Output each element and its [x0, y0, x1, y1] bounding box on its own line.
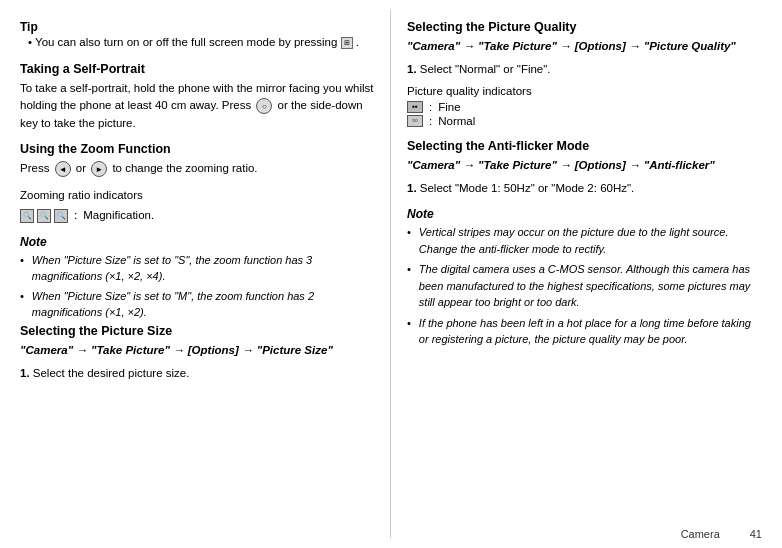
zoom-icon-1: 🔍: [20, 209, 34, 223]
zoom-indicator-row: 🔍 🔍 🔍 : Magnification.: [20, 207, 374, 224]
zoom-section: Using the Zoom Function Press ◄ or ► to …: [20, 142, 374, 225]
camera-button-icon: ○: [256, 98, 272, 114]
antiflicker-heading: Selecting the Anti-flicker Mode: [407, 139, 762, 153]
fine-icon: ▪▪: [407, 101, 423, 113]
note-bullet-right-1: •: [407, 224, 411, 241]
fullscreen-key-icon: ⊞: [341, 37, 353, 49]
note-text-1: When "Picture Size" is set to "S", the z…: [32, 252, 374, 285]
right-column: Selecting the Picture Quality "Camera" →…: [391, 10, 782, 538]
zoom-text2: to change the zooming ratio.: [112, 162, 257, 174]
right-arrow-icon: ►: [91, 161, 107, 177]
magnification-label: Magnification.: [83, 207, 154, 224]
zoom-colon: :: [74, 207, 77, 224]
zoom-or: or: [76, 162, 89, 174]
note-bullet-right-3: •: [407, 315, 411, 332]
note-text-right-1: Vertical stripes may occur on the pictur…: [419, 224, 762, 257]
left-arrow-icon: ◄: [55, 161, 71, 177]
taking-portrait-heading: Taking a Self-Portrait: [20, 62, 374, 76]
taking-portrait-section: Taking a Self-Portrait To take a self-po…: [20, 62, 374, 132]
antiflicker-nav: "Camera" → "Take Picture" → [Options] → …: [407, 157, 762, 174]
antiflicker-step1: 1. Select "Mode 1: 50Hz" or "Mode 2: 60H…: [407, 180, 762, 197]
picture-size-heading: Selecting the Picture Size: [20, 324, 374, 338]
note-item-right-1: • Vertical stripes may occur on the pict…: [407, 224, 762, 257]
tip-text: • You can also turn on or off the full s…: [28, 34, 374, 50]
zoom-heading: Using the Zoom Function: [20, 142, 374, 156]
step1-body-antiflicker: Select "Mode 1: 50Hz" or "Mode 2: 60Hz".: [420, 182, 635, 194]
note-item-right-3: • If the phone has been left in a hot pl…: [407, 315, 762, 348]
picture-quality-step1: 1. Select "Normal" or "Fine".: [407, 61, 762, 78]
tip-bullet: • You can also turn on or off the full s…: [28, 36, 341, 48]
step1-num-left: 1.: [20, 367, 30, 379]
antiflicker-section: Selecting the Anti-flicker Mode "Camera"…: [407, 139, 762, 198]
page-num: 41: [750, 528, 762, 540]
page-container: Tip • You can also turn on or off the fu…: [0, 0, 782, 548]
step1-num-antiflicker: 1.: [407, 182, 417, 194]
step1-body-right: Select "Normal" or "Fine".: [420, 63, 551, 75]
tip-section: Tip • You can also turn on or off the fu…: [20, 20, 374, 50]
zoom-icons: 🔍 🔍 🔍: [20, 209, 68, 223]
picture-quality-section: Selecting the Picture Quality "Camera" →…: [407, 20, 762, 127]
left-column: Tip • You can also turn on or off the fu…: [0, 10, 391, 538]
picture-size-nav: "Camera" → "Take Picture" → [Options] → …: [20, 342, 374, 359]
zooming-label: Zooming ratio indicators: [20, 187, 374, 204]
picture-size-step1: 1. Select the desired picture size.: [20, 365, 374, 382]
note-text-right-2: The digital camera uses a C-MOS sensor. …: [419, 261, 762, 311]
note-item-2: • When "Picture Size" is set to "M", the…: [20, 288, 374, 321]
step1-body-left: Select the desired picture size.: [33, 367, 190, 379]
zoom-icon-3: 🔍: [54, 209, 68, 223]
normal-label: Normal: [438, 115, 475, 127]
picture-size-section: Selecting the Picture Size "Camera" → "T…: [20, 324, 374, 383]
note-text-right-3: If the phone has been left in a hot plac…: [419, 315, 762, 348]
note-list-left: • When "Picture Size" is set to "S", the…: [20, 252, 374, 321]
footer: Camera 41: [0, 528, 782, 540]
note-text-2: When "Picture Size" is set to "M", the z…: [32, 288, 374, 321]
camera-label: Camera: [681, 528, 720, 540]
normal-colon: :: [429, 115, 432, 127]
note-bullet-1: •: [20, 252, 24, 269]
step1-num-right: 1.: [407, 63, 417, 75]
normal-indicator: ▫▫ : Normal: [407, 115, 762, 127]
fine-colon: :: [429, 101, 432, 113]
note-heading-left: Note: [20, 235, 374, 249]
note-heading-right: Note: [407, 207, 762, 221]
note-bullet-2: •: [20, 288, 24, 305]
fine-label: Fine: [438, 101, 460, 113]
zoom-indicator-section: Zooming ratio indicators 🔍 🔍 🔍 : Magnifi…: [20, 187, 374, 225]
taking-portrait-body: To take a self-portrait, hold the phone …: [20, 80, 374, 132]
picture-quality-nav: "Camera" → "Take Picture" → [Options] → …: [407, 38, 762, 55]
zoom-icon-2: 🔍: [37, 209, 51, 223]
note-section-left: Note • When "Picture Size" is set to "S"…: [20, 235, 374, 321]
note-item-right-2: • The digital camera uses a C-MOS sensor…: [407, 261, 762, 311]
tip-period: .: [356, 36, 359, 48]
note-list-right: • Vertical stripes may occur on the pict…: [407, 224, 762, 348]
zoom-body: Press ◄ or ► to change the zooming ratio…: [20, 160, 374, 177]
quality-indicators-label: Picture quality indicators: [407, 85, 762, 97]
picture-quality-heading: Selecting the Picture Quality: [407, 20, 762, 34]
zoom-text1: Press: [20, 162, 53, 174]
note-section-right: Note • Vertical stripes may occur on the…: [407, 207, 762, 348]
tip-label: Tip: [20, 20, 38, 34]
note-item-1: • When "Picture Size" is set to "S", the…: [20, 252, 374, 285]
normal-icon: ▫▫: [407, 115, 423, 127]
note-bullet-right-2: •: [407, 261, 411, 278]
fine-indicator: ▪▪ : Fine: [407, 101, 762, 113]
